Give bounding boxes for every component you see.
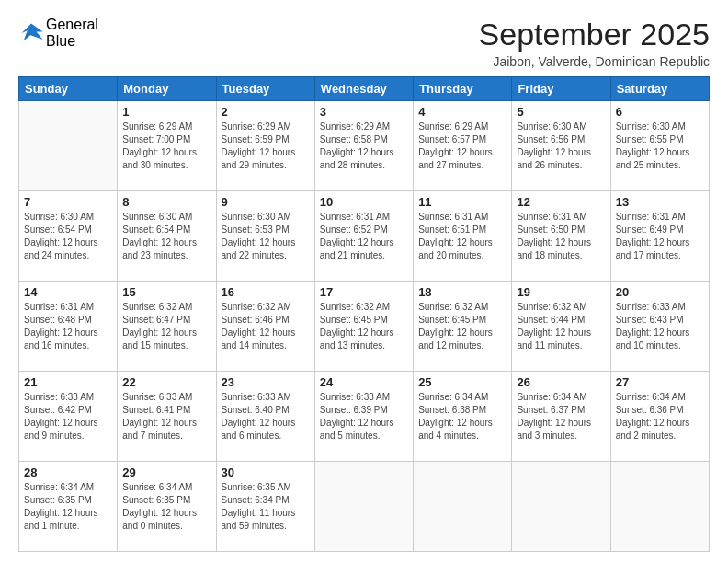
day-info: Sunrise: 6:35 AM Sunset: 6:34 PM Dayligh… [222, 481, 310, 533]
table-cell: 3Sunrise: 6:29 AM Sunset: 6:58 PM Daylig… [314, 101, 413, 191]
table-cell [610, 462, 709, 552]
table-cell: 30Sunrise: 6:35 AM Sunset: 6:34 PM Dayli… [216, 462, 314, 552]
day-info: Sunrise: 6:31 AM Sunset: 6:50 PM Dayligh… [517, 211, 605, 262]
day-info: Sunrise: 6:34 AM Sunset: 6:37 PM Dayligh… [517, 391, 605, 442]
day-info: Sunrise: 6:34 AM Sunset: 6:35 PM Dayligh… [122, 481, 210, 533]
day-number: 24 [320, 375, 408, 389]
day-number: 27 [616, 375, 704, 389]
table-cell: 15Sunrise: 6:32 AM Sunset: 6:47 PM Dayli… [118, 282, 216, 372]
table-cell: 24Sunrise: 6:33 AM Sunset: 6:39 PM Dayli… [314, 372, 413, 462]
day-info: Sunrise: 6:31 AM Sunset: 6:52 PM Dayligh… [320, 211, 408, 262]
table-cell: 2Sunrise: 6:29 AM Sunset: 6:59 PM Daylig… [216, 101, 314, 191]
col-saturday: Saturday [610, 77, 709, 101]
page: General Blue September 2025 Jaibon, Valv… [0, 0, 728, 563]
day-info: Sunrise: 6:30 AM Sunset: 6:56 PM Dayligh… [517, 121, 605, 172]
table-cell [414, 462, 512, 552]
day-info: Sunrise: 6:30 AM Sunset: 6:54 PM Dayligh… [24, 211, 112, 262]
day-info: Sunrise: 6:33 AM Sunset: 6:43 PM Dayligh… [616, 301, 704, 352]
table-cell: 4Sunrise: 6:29 AM Sunset: 6:57 PM Daylig… [414, 101, 512, 191]
table-cell: 28Sunrise: 6:34 AM Sunset: 6:35 PM Dayli… [19, 462, 118, 552]
table-cell: 8Sunrise: 6:30 AM Sunset: 6:54 PM Daylig… [118, 191, 216, 282]
day-info: Sunrise: 6:32 AM Sunset: 6:45 PM Dayligh… [418, 301, 506, 352]
table-cell: 18Sunrise: 6:32 AM Sunset: 6:45 PM Dayli… [414, 282, 512, 372]
table-cell: 11Sunrise: 6:31 AM Sunset: 6:51 PM Dayli… [414, 191, 512, 282]
day-number: 16 [222, 285, 310, 299]
table-cell: 17Sunrise: 6:32 AM Sunset: 6:45 PM Dayli… [314, 282, 413, 372]
day-number: 10 [320, 195, 408, 209]
day-number: 22 [122, 375, 210, 389]
day-number: 3 [320, 105, 408, 119]
logo-bird-icon [18, 20, 44, 46]
day-info: Sunrise: 6:31 AM Sunset: 6:48 PM Dayligh… [24, 301, 112, 352]
day-number: 13 [616, 195, 704, 209]
day-number: 5 [517, 105, 605, 119]
col-friday: Friday [512, 77, 610, 101]
table-cell: 10Sunrise: 6:31 AM Sunset: 6:52 PM Dayli… [314, 191, 413, 282]
day-info: Sunrise: 6:29 AM Sunset: 7:00 PM Dayligh… [122, 121, 210, 172]
day-number: 6 [616, 105, 704, 119]
day-number: 30 [222, 465, 310, 479]
day-info: Sunrise: 6:34 AM Sunset: 6:38 PM Dayligh… [418, 391, 506, 442]
table-cell: 12Sunrise: 6:31 AM Sunset: 6:50 PM Dayli… [512, 191, 610, 282]
day-number: 9 [222, 195, 310, 209]
col-monday: Monday [118, 77, 216, 101]
table-cell: 27Sunrise: 6:34 AM Sunset: 6:36 PM Dayli… [610, 372, 709, 462]
table-cell: 7Sunrise: 6:30 AM Sunset: 6:54 PM Daylig… [19, 191, 118, 282]
table-cell: 29Sunrise: 6:34 AM Sunset: 6:35 PM Dayli… [118, 462, 216, 552]
day-info: Sunrise: 6:31 AM Sunset: 6:49 PM Dayligh… [616, 211, 704, 262]
table-cell [19, 101, 118, 191]
table-cell: 25Sunrise: 6:34 AM Sunset: 6:38 PM Dayli… [414, 372, 512, 462]
day-number: 28 [24, 465, 112, 479]
day-number: 17 [320, 285, 408, 299]
day-number: 4 [418, 105, 506, 119]
table-cell: 21Sunrise: 6:33 AM Sunset: 6:42 PM Dayli… [19, 372, 118, 462]
header-right: September 2025 Jaibon, Valverde, Dominic… [479, 17, 710, 69]
day-number: 2 [222, 105, 310, 119]
day-number: 1 [122, 105, 210, 119]
week-row-1: 1Sunrise: 6:29 AM Sunset: 7:00 PM Daylig… [19, 101, 710, 191]
table-cell: 6Sunrise: 6:30 AM Sunset: 6:55 PM Daylig… [610, 101, 709, 191]
day-number: 18 [418, 285, 506, 299]
day-number: 12 [517, 195, 605, 209]
day-number: 25 [418, 375, 506, 389]
day-info: Sunrise: 6:32 AM Sunset: 6:44 PM Dayligh… [517, 301, 605, 352]
day-number: 8 [122, 195, 210, 209]
day-number: 19 [517, 285, 605, 299]
table-cell: 23Sunrise: 6:33 AM Sunset: 6:40 PM Dayli… [216, 372, 314, 462]
day-info: Sunrise: 6:33 AM Sunset: 6:39 PM Dayligh… [320, 391, 408, 442]
table-cell: 5Sunrise: 6:30 AM Sunset: 6:56 PM Daylig… [512, 101, 610, 191]
day-number: 20 [616, 285, 704, 299]
week-row-3: 14Sunrise: 6:31 AM Sunset: 6:48 PM Dayli… [19, 282, 710, 372]
day-number: 7 [24, 195, 112, 209]
col-thursday: Thursday [414, 77, 512, 101]
day-info: Sunrise: 6:30 AM Sunset: 6:53 PM Dayligh… [222, 211, 310, 262]
table-cell: 16Sunrise: 6:32 AM Sunset: 6:46 PM Dayli… [216, 282, 314, 372]
svg-marker-0 [22, 24, 43, 41]
table-cell [314, 462, 413, 552]
day-info: Sunrise: 6:34 AM Sunset: 6:36 PM Dayligh… [616, 391, 704, 442]
day-info: Sunrise: 6:29 AM Sunset: 6:58 PM Dayligh… [320, 121, 408, 172]
day-info: Sunrise: 6:33 AM Sunset: 6:42 PM Dayligh… [24, 391, 112, 442]
day-info: Sunrise: 6:31 AM Sunset: 6:51 PM Dayligh… [418, 211, 506, 262]
month-title: September 2025 [479, 17, 710, 52]
day-number: 11 [418, 195, 506, 209]
logo-text: General Blue [46, 17, 98, 50]
table-cell: 9Sunrise: 6:30 AM Sunset: 6:53 PM Daylig… [216, 191, 314, 282]
logo-general: General [46, 17, 98, 33]
table-cell: 1Sunrise: 6:29 AM Sunset: 7:00 PM Daylig… [118, 101, 216, 191]
day-info: Sunrise: 6:33 AM Sunset: 6:40 PM Dayligh… [222, 391, 310, 442]
day-info: Sunrise: 6:32 AM Sunset: 6:47 PM Dayligh… [122, 301, 210, 352]
table-cell: 22Sunrise: 6:33 AM Sunset: 6:41 PM Dayli… [118, 372, 216, 462]
header: General Blue September 2025 Jaibon, Valv… [18, 17, 710, 69]
calendar-table: Sunday Monday Tuesday Wednesday Thursday… [18, 76, 710, 552]
day-number: 23 [222, 375, 310, 389]
logo-blue: Blue [46, 33, 98, 50]
day-info: Sunrise: 6:33 AM Sunset: 6:41 PM Dayligh… [122, 391, 210, 442]
day-number: 21 [24, 375, 112, 389]
day-info: Sunrise: 6:32 AM Sunset: 6:45 PM Dayligh… [320, 301, 408, 352]
week-row-2: 7Sunrise: 6:30 AM Sunset: 6:54 PM Daylig… [19, 191, 710, 282]
day-number: 15 [122, 285, 210, 299]
day-info: Sunrise: 6:30 AM Sunset: 6:55 PM Dayligh… [616, 121, 704, 172]
day-info: Sunrise: 6:29 AM Sunset: 6:59 PM Dayligh… [222, 121, 310, 172]
col-tuesday: Tuesday [216, 77, 314, 101]
